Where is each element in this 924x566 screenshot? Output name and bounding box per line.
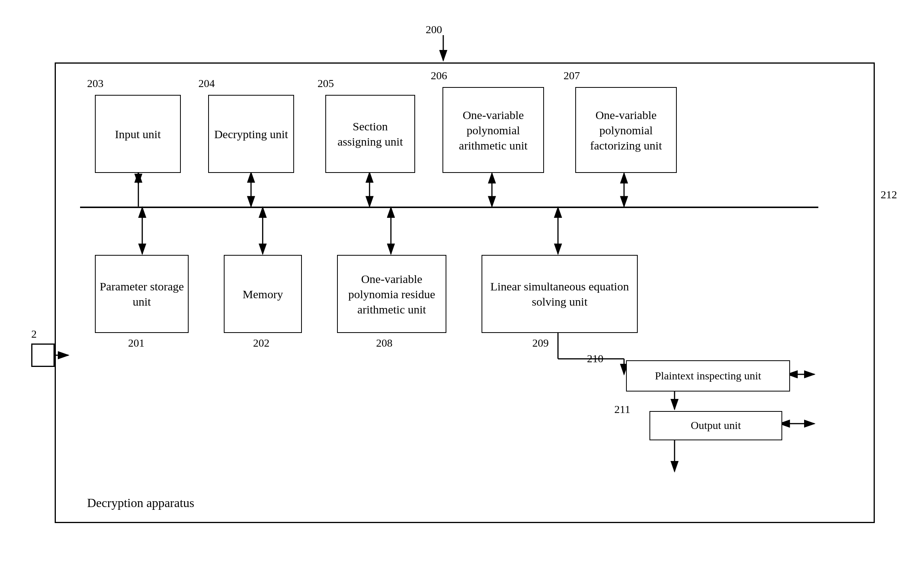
input-unit-box: Input unit <box>95 95 181 173</box>
ref-201: 201 <box>128 337 144 349</box>
output-label: Output unit <box>691 418 741 433</box>
section-assigning-unit-box: Section assigning unit <box>325 95 415 173</box>
plaintext-box: Plaintext inspecting unit <box>626 360 790 392</box>
plaintext-label: Plaintext inspecting unit <box>655 369 761 383</box>
decrypting-unit-label: Decrypting unit <box>214 126 288 142</box>
one-var-poly-label: One-variable polynomial arithmetic unit <box>447 107 539 153</box>
linear-sim-label: Linear simultaneous equation solving uni… <box>486 279 633 309</box>
ref-211: 211 <box>614 403 630 416</box>
ref-202: 202 <box>253 337 269 349</box>
ref-209: 209 <box>532 337 549 349</box>
param-storage-box: Parameter storage unit <box>95 255 189 333</box>
one-var-residue-label: One-variable polynomia residue arithmeti… <box>342 271 442 317</box>
decrypting-unit-box: Decrypting unit <box>208 95 294 173</box>
output-box: Output unit <box>649 411 782 440</box>
memory-box: Memory <box>224 255 302 333</box>
outer-box: Input unit Decrypting unit Section assig… <box>55 62 875 523</box>
decryption-apparatus-label: Decryption apparatus <box>87 496 194 510</box>
input-unit-label: Input unit <box>115 126 161 142</box>
param-storage-label: Parameter storage unit <box>100 279 184 309</box>
one-var-factor-label: One-variable polynomial factorizing unit <box>580 107 672 153</box>
ref-210: 210 <box>587 352 603 365</box>
memory-label: Memory <box>243 287 283 302</box>
ref-212: 212 <box>881 189 897 201</box>
section-assigning-label: Section assigning unit <box>330 119 410 149</box>
device-label: 2 <box>31 328 37 340</box>
linear-sim-box: Linear simultaneous equation solving uni… <box>482 255 638 333</box>
ref-208: 208 <box>376 337 392 349</box>
one-var-residue-box: One-variable polynomia residue arithmeti… <box>337 255 446 333</box>
